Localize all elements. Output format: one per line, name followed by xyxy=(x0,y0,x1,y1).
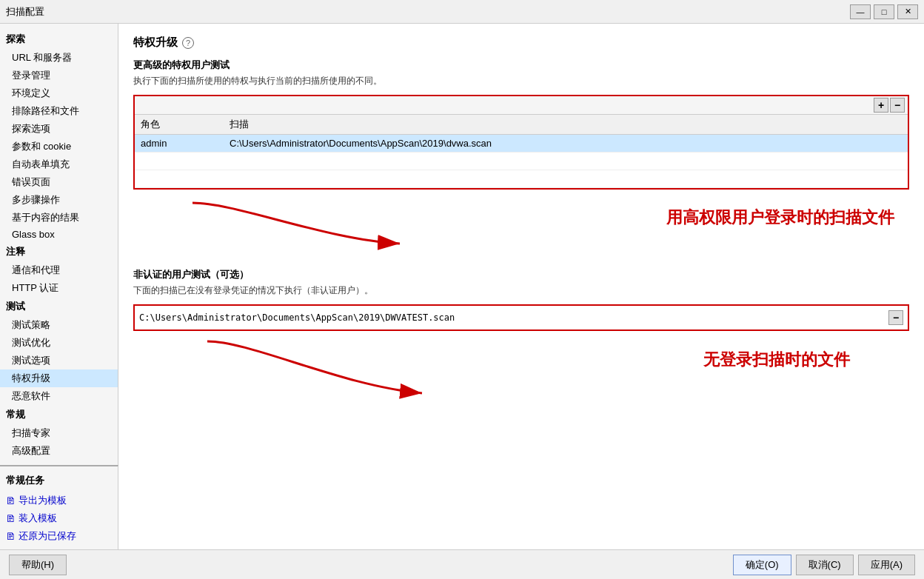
sidebar-item-crawl-path[interactable]: 排除路径和文件 xyxy=(0,102,118,120)
annotation1-text: 用高权限用户登录时的扫描文件 xyxy=(666,207,894,229)
sidebar-item-url-server[interactable]: URL 和服务器 xyxy=(0,49,118,67)
sidebar-item-auto-fill[interactable]: 自动表单填充 xyxy=(0,155,118,173)
sidebar-item-test-optimize[interactable]: 测试优化 xyxy=(0,334,118,352)
sidebar-bottom: 常规任务 🖹 导出为模板 🖹 装入模板 🖹 还原为已保存 xyxy=(0,465,118,549)
minimize-button[interactable]: — xyxy=(850,4,871,19)
unauth-path-container: C:\Users\Administrator\Documents\AppScan… xyxy=(133,304,909,331)
table-row-empty2 xyxy=(135,170,908,188)
sidebar-item-priv-escalation[interactable]: 特权升级 xyxy=(0,369,118,387)
sidebar-item-adv-config[interactable]: 高级配置 xyxy=(0,442,118,460)
annotation2-area: 无登录扫描时的文件 xyxy=(133,334,909,408)
table-toolbar: + − xyxy=(135,96,908,115)
privilege-table: 角色 扫描 admin C:\Users\Administrator\Docum… xyxy=(135,115,908,188)
close-button[interactable]: ✕ xyxy=(897,4,918,19)
sidebar-item-scan-expert[interactable]: 扫描专家 xyxy=(0,424,118,442)
sidebar-item-test-options[interactable]: 测试选项 xyxy=(0,352,118,369)
table-row-empty xyxy=(135,153,908,170)
sidebar-item-error-pages[interactable]: 错误页面 xyxy=(0,173,118,191)
unauth-remove-button[interactable]: − xyxy=(888,310,903,325)
remove-row-button[interactable]: − xyxy=(890,98,905,113)
col-role: 角色 xyxy=(135,115,224,135)
sidebar-item-params-cookie[interactable]: 参数和 cookie xyxy=(0,138,118,155)
restore-icon: 🖹 xyxy=(6,531,16,542)
arrow1-svg xyxy=(178,195,489,255)
sidebar-item-multi-step[interactable]: 多步骤操作 xyxy=(0,191,118,209)
annotation1-area: 用高权限用户登录时的扫描文件 xyxy=(133,195,909,262)
annotation2-text: 无登录扫描时的文件 xyxy=(703,349,850,371)
unauth-path-value: C:\Users\Administrator\Documents\AppScan… xyxy=(139,312,886,323)
sidebar-item-malware[interactable]: 恶意软件 xyxy=(0,387,118,405)
help-button[interactable]: 帮助(H) xyxy=(9,555,67,575)
sidebar-section-test: 测试 xyxy=(0,297,118,316)
sidebar-section-explore: 探索 xyxy=(0,30,118,49)
unauth-section: 非认证的用户测试（可选） 下面的扫描已在没有登录凭证的情况下执行（非认证用户）。… xyxy=(133,268,909,331)
maximize-button[interactable]: □ xyxy=(874,4,894,19)
section1-title: 更高级的特权用户测试 xyxy=(133,58,909,72)
import-icon: 🖹 xyxy=(6,513,16,524)
cancel-button[interactable]: 取消(C) xyxy=(796,555,854,575)
window-controls[interactable]: — □ ✕ xyxy=(850,4,918,19)
section2-title: 非认证的用户测试（可选） xyxy=(133,268,909,281)
import-label: 装入模板 xyxy=(19,512,57,525)
sidebar-item-crawl-opts[interactable]: 探索选项 xyxy=(0,120,118,138)
content-area: 特权升级 ? 更高级的特权用户测试 执行下面的扫描所使用的特权与执行当前的扫描所… xyxy=(118,24,924,549)
section2-desc: 下面的扫描已在没有登录凭证的情况下执行（非认证用户）。 xyxy=(133,284,909,297)
main-layout: 探索 URL 和服务器 登录管理 环境定义 排除路径和文件 探索选项 参数和 c… xyxy=(0,24,924,549)
arrow2-svg xyxy=(192,334,503,401)
cell-role: admin xyxy=(135,135,224,153)
sidebar-bottom-export[interactable]: 🖹 导出为模板 xyxy=(0,492,118,509)
section1-desc: 执行下面的扫描所使用的特权与执行当前的扫描所使用的不同。 xyxy=(133,75,909,87)
content-header: 特权升级 ? xyxy=(133,36,909,50)
sidebar-section-general: 常规 xyxy=(0,405,118,424)
sidebar-bottom-import[interactable]: 🖹 装入模板 xyxy=(0,509,118,527)
help-icon[interactable]: ? xyxy=(182,37,194,49)
export-icon: 🖹 xyxy=(6,495,16,506)
sidebar-bottom-restore[interactable]: 🖹 还原为已保存 xyxy=(0,527,118,545)
sidebar-item-glass-box[interactable]: Glass box xyxy=(0,227,118,242)
bottom-bar: 帮助(H) 确定(O) 取消(C) 应用(A) xyxy=(0,549,924,579)
bottom-right-buttons: 确定(O) 取消(C) 应用(A) xyxy=(733,555,915,575)
title-bar: 扫描配置 — □ ✕ xyxy=(0,0,924,24)
sidebar-item-test-strategy[interactable]: 测试策略 xyxy=(0,316,118,334)
cell-scan: C:\Users\Administrator\Documents\AppScan… xyxy=(224,135,908,153)
empty-space xyxy=(133,408,909,549)
sidebar-item-login-mgmt[interactable]: 登录管理 xyxy=(0,67,118,84)
sidebar-bottom-title: 常规任务 xyxy=(0,471,118,492)
add-row-button[interactable]: + xyxy=(874,98,888,113)
window-title: 扫描配置 xyxy=(6,5,44,19)
restore-label: 还原为已保存 xyxy=(19,529,76,543)
privilege-table-container: + − 角色 扫描 admin C:\Users\Administrator\D… xyxy=(133,95,909,190)
sidebar-item-result-content[interactable]: 基于内容的结果 xyxy=(0,209,118,227)
export-label: 导出为模板 xyxy=(19,494,67,507)
page-title: 特权升级 xyxy=(133,36,178,50)
col-scan: 扫描 xyxy=(224,115,908,135)
sidebar-item-comms-proxy[interactable]: 通信和代理 xyxy=(0,261,118,279)
table-row[interactable]: admin C:\Users\Administrator\Documents\A… xyxy=(135,135,908,153)
ok-button[interactable]: 确定(O) xyxy=(733,555,791,575)
apply-button[interactable]: 应用(A) xyxy=(858,555,915,575)
sidebar-item-env-def[interactable]: 环境定义 xyxy=(0,84,118,102)
sidebar-section-annotations: 注释 xyxy=(0,242,118,261)
sidebar-item-http-auth[interactable]: HTTP 认证 xyxy=(0,279,118,297)
